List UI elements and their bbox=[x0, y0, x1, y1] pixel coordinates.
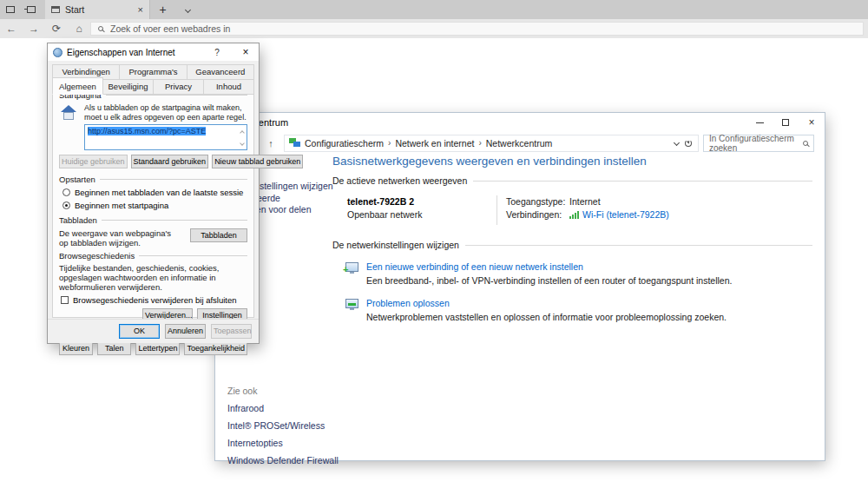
refresh-icon[interactable] bbox=[685, 140, 692, 147]
set-tabs-aside-icon[interactable] bbox=[21, 0, 42, 19]
dialog-footer: OK Annuleren Toepassen bbox=[48, 319, 259, 343]
cancel-button[interactable]: Annuleren bbox=[165, 324, 206, 339]
tab-programmas[interactable]: Programma's bbox=[119, 64, 187, 80]
breadcrumb-separator: › bbox=[388, 138, 391, 148]
home-page-icon bbox=[59, 105, 78, 121]
home-icon[interactable]: ⌂ bbox=[68, 23, 90, 35]
screen: Start × + ← → ⟳ ⌂ Zoek of voer een webad… bbox=[0, 0, 868, 482]
delete-history-on-exit-checkbox[interactable] bbox=[61, 296, 69, 304]
tab-geavanceerd[interactable]: Geavanceerd bbox=[187, 64, 254, 80]
tab-page-algemeen: Startpagina Als u tabbladen op de startp… bbox=[52, 86, 254, 318]
opstarten-group-label: Opstarten bbox=[59, 175, 247, 184]
network-window-body: Configuratiescherm Adapterinstellingen w… bbox=[215, 154, 825, 460]
apply-button: Toepassen bbox=[211, 324, 252, 339]
tab-favicon bbox=[51, 6, 60, 13]
scroll-down-icon[interactable] bbox=[240, 138, 244, 147]
use-default-button[interactable]: Standaard gebruiken bbox=[131, 155, 209, 168]
use-current-button: Huidige gebruiken bbox=[59, 155, 128, 168]
access-type-label: Toegangstype: bbox=[506, 195, 569, 208]
tabs-button[interactable]: Tabbladen bbox=[190, 228, 247, 242]
fonts-button[interactable]: Lettertypen bbox=[135, 341, 180, 355]
home-page-url-value: http://asus15.msn.com/?pc=ASTE bbox=[88, 127, 206, 135]
network-type: Openbaar netwerk bbox=[347, 208, 496, 221]
dialog-titlebar[interactable]: Eigenschappen van Internet ? × bbox=[48, 43, 259, 61]
close-icon[interactable]: × bbox=[233, 46, 259, 58]
network-location-icon bbox=[289, 138, 300, 148]
radio-start-homepage[interactable] bbox=[62, 201, 70, 209]
task-new-connection: + Een nieuwe verbinding of een nieuw net… bbox=[345, 261, 812, 286]
see-also-header: Zie ook bbox=[227, 386, 339, 396]
see-also-link-infrared[interactable]: Infrarood bbox=[227, 403, 339, 413]
radio-start-last-session-label: Beginnen met tabbladen van de laatste se… bbox=[75, 188, 243, 197]
internet-options-icon bbox=[53, 48, 62, 57]
address-dropdown-chevron-icon[interactable] bbox=[674, 140, 680, 146]
up-icon[interactable]: ↑ bbox=[262, 138, 279, 149]
tab-list-chevron-icon[interactable] bbox=[175, 0, 200, 19]
see-also-link-internet-options[interactable]: Internetopties bbox=[227, 438, 339, 448]
breadcrumb-item[interactable]: Netwerk en internet bbox=[395, 138, 474, 149]
help-icon[interactable]: ? bbox=[206, 48, 228, 57]
breadcrumb-separator: › bbox=[478, 138, 481, 148]
browser-tab-start[interactable]: Start × bbox=[45, 0, 149, 19]
wifi-signal-icon bbox=[569, 211, 579, 219]
tab-beveiliging[interactable]: Beveiliging bbox=[102, 79, 154, 95]
search-icon bbox=[803, 141, 808, 146]
see-also-panel: Zie ook Infrarood Intel® PROSet/Wireless… bbox=[227, 386, 339, 472]
page-title: Basisnetwerkgegevens weergeven en verbin… bbox=[332, 154, 812, 168]
network-name: telenet-7922B 2 bbox=[347, 195, 496, 208]
address-bar[interactable]: Zoek of voer een webadres in bbox=[90, 22, 864, 36]
see-also-link-defender-firewall[interactable]: Windows Defender Firewall bbox=[227, 455, 339, 465]
control-panel-search-input[interactable]: In Configuratiescherm zoeken bbox=[703, 135, 814, 152]
back-icon[interactable]: ← bbox=[0, 23, 23, 35]
dialog-tabs: Verbindingen Programma's Geavanceerd Alg… bbox=[48, 61, 259, 95]
delete-history-on-exit-label: Browsegeschiedenis verwijderen bij afslu… bbox=[73, 295, 237, 305]
new-tab-button[interactable]: + bbox=[149, 0, 175, 19]
troubleshoot-icon bbox=[345, 299, 358, 308]
search-icon bbox=[98, 26, 103, 31]
accessibility-button[interactable]: Toegankelijkheid bbox=[184, 341, 247, 355]
browsegeschiedenis-group-label: Browsegeschiedenis bbox=[59, 251, 247, 261]
tab-inhoud[interactable]: Inhoud bbox=[203, 79, 254, 95]
use-new-tab-button[interactable]: Nieuw tabblad gebruiken bbox=[212, 155, 303, 168]
forward-icon[interactable]: → bbox=[23, 23, 45, 35]
connections-label: Verbindingen: bbox=[506, 208, 569, 221]
startpagina-description: Als u tabbladen op de startpagina wilt m… bbox=[84, 103, 247, 122]
breadcrumb-item[interactable]: Netwerkcentrum bbox=[486, 138, 552, 149]
scroll-up-icon[interactable] bbox=[240, 128, 244, 136]
tabbladen-group-label: Tabbladen bbox=[59, 215, 247, 225]
troubleshoot-link[interactable]: Problemen oplossen bbox=[366, 298, 727, 308]
breadcrumb-item[interactable]: Configuratiescherm bbox=[305, 138, 384, 149]
search-placeholder: In Configuratiescherm zoeken bbox=[709, 134, 799, 153]
tab-title: Start bbox=[65, 4, 84, 15]
minimize-button[interactable] bbox=[746, 113, 773, 132]
see-also-link-intel-proset[interactable]: Intel® PROSet/Wireless bbox=[227, 420, 339, 431]
colors-button[interactable]: Kleuren bbox=[59, 341, 93, 355]
home-page-url-textarea[interactable]: http://asus15.msn.com/?pc=ASTE bbox=[84, 124, 247, 150]
active-networks-section-label: De actieve netwerken weergeven bbox=[332, 175, 812, 186]
network-settings-section-label: De netwerkinstellingen wijzigen bbox=[332, 240, 812, 250]
browser-tab-strip: Start × + bbox=[0, 0, 868, 19]
languages-button[interactable]: Talen bbox=[97, 341, 131, 355]
ok-button[interactable]: OK bbox=[119, 324, 160, 339]
tab-preview-icon[interactable] bbox=[0, 0, 21, 19]
network-center-window: Netwerkcentrum × ← → ↑ Configuratiescher… bbox=[215, 113, 825, 460]
breadcrumb[interactable]: Configuratiescherm › Netwerk en internet… bbox=[284, 135, 699, 152]
radio-start-last-session[interactable] bbox=[62, 188, 70, 196]
wifi-connection-link[interactable]: Wi-Fi (telenet-7922B) bbox=[582, 208, 669, 221]
tabbladen-description: De weergave van webpagina's op tabbladen… bbox=[59, 228, 182, 248]
refresh-icon[interactable]: ⟳ bbox=[45, 23, 68, 35]
task-troubleshoot: Problemen oplossen Netwerkproblemen vast… bbox=[345, 298, 812, 322]
browsing-history-description: Tijdelijke bestanden, geschiedenis, cook… bbox=[59, 263, 247, 292]
internet-properties-dialog: Eigenschappen van Internet ? × Verbindin… bbox=[48, 43, 259, 343]
tab-algemeen[interactable]: Algemeen bbox=[52, 77, 103, 95]
tab-close-icon[interactable]: × bbox=[138, 5, 143, 15]
close-button[interactable]: × bbox=[799, 113, 825, 132]
dialog-title: Eigenschappen van Internet bbox=[67, 48, 175, 57]
maximize-button[interactable] bbox=[773, 113, 799, 132]
tab-privacy[interactable]: Privacy bbox=[153, 79, 204, 95]
address-placeholder: Zoek of voer een webadres in bbox=[110, 23, 230, 34]
new-connection-link[interactable]: Een nieuwe verbinding of een nieuw netwe… bbox=[366, 261, 732, 272]
network-window-titlebar[interactable]: Netwerkcentrum × bbox=[215, 113, 825, 132]
troubleshoot-desc: Netwerkproblemen vaststellen en oplossen… bbox=[366, 312, 727, 322]
access-type-value: Internet bbox=[569, 195, 601, 208]
